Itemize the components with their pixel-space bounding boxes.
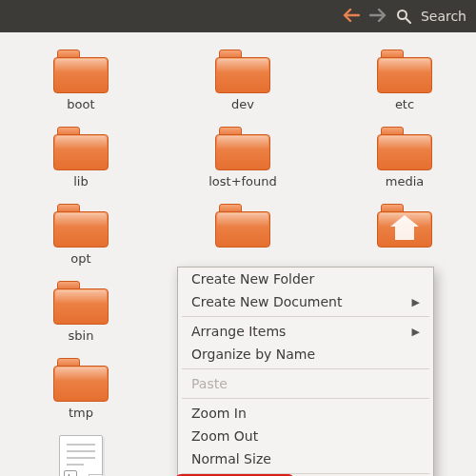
item-label: lost+found <box>208 174 277 188</box>
menu-label: Organize by Name <box>191 347 315 362</box>
menu-organize-by-name[interactable]: Organize by Name <box>178 343 433 366</box>
grid-item[interactable] <box>333 204 476 266</box>
home-folder-icon <box>377 204 432 248</box>
menu-separator <box>182 473 429 474</box>
menu-normal-size[interactable]: Normal Size <box>178 447 433 470</box>
folder-icon <box>215 127 270 170</box>
menu-separator <box>182 368 429 369</box>
grid-item[interactable]: lost+found <box>171 127 314 188</box>
item-label: etc <box>395 97 414 111</box>
menu-label: Arrange Items <box>191 324 286 339</box>
item-label: dev <box>231 97 254 111</box>
grid-item[interactable]: dev <box>171 50 314 111</box>
item-label: media <box>386 174 425 188</box>
folder-icon <box>53 204 109 248</box>
toolbar: Search <box>0 0 476 32</box>
context-menu: Create New Folder Create New Document ▶ … <box>177 267 434 476</box>
file-icon: ↳ <box>59 435 103 476</box>
search-icon[interactable] <box>396 9 411 24</box>
svg-line-1 <box>406 18 410 23</box>
file-grid-area[interactable]: bootdevetcliblost+foundmediaoptsbintmp↳i… <box>0 32 476 476</box>
folder-icon <box>215 204 270 248</box>
menu-zoom-in[interactable]: Zoom In <box>178 402 433 425</box>
grid-item[interactable]: boot <box>10 50 152 111</box>
folder-icon <box>377 50 432 93</box>
item-label: tmp <box>69 406 93 420</box>
nav-back-icon[interactable] <box>343 8 360 25</box>
menu-paste: Paste <box>178 372 433 395</box>
item-label: sbin <box>69 328 94 343</box>
menu-label: Create New Document <box>191 294 342 309</box>
menu-create-folder[interactable]: Create New Folder <box>178 268 433 290</box>
menu-label: Normal Size <box>191 451 271 466</box>
grid-item[interactable]: tmp <box>10 358 152 420</box>
nav-forward-icon[interactable] <box>369 8 387 25</box>
menu-label: Zoom Out <box>191 428 258 444</box>
folder-icon <box>53 127 109 170</box>
item-label: opt <box>70 251 90 266</box>
submenu-arrow-icon: ▶ <box>412 296 420 308</box>
menu-create-document[interactable]: Create New Document ▶ <box>178 290 433 313</box>
menu-label: Create New Folder <box>191 271 314 287</box>
folder-icon <box>215 50 270 93</box>
folder-icon <box>53 281 109 325</box>
menu-arrange-items[interactable]: Arrange Items ▶ <box>178 320 433 343</box>
menu-label: Paste <box>191 376 228 391</box>
grid-item[interactable]: etc <box>333 50 476 111</box>
grid-item[interactable]: lib <box>10 127 152 188</box>
folder-icon <box>377 127 432 170</box>
folder-icon <box>53 358 109 402</box>
item-label: lib <box>73 174 88 188</box>
menu-separator <box>182 316 429 317</box>
menu-zoom-out[interactable]: Zoom Out <box>178 425 433 447</box>
menu-label: Zoom In <box>191 406 247 421</box>
submenu-arrow-icon: ▶ <box>412 326 420 338</box>
grid-item[interactable]: ↳initrd.img.old <box>10 435 152 476</box>
grid-item[interactable]: media <box>333 127 476 188</box>
grid-item[interactable] <box>171 204 314 266</box>
grid-item[interactable]: sbin <box>10 281 152 343</box>
folder-icon <box>53 50 109 93</box>
search-label[interactable]: Search <box>421 9 466 24</box>
grid-item[interactable]: opt <box>10 204 152 266</box>
item-label: boot <box>67 97 94 111</box>
menu-separator <box>182 398 429 399</box>
